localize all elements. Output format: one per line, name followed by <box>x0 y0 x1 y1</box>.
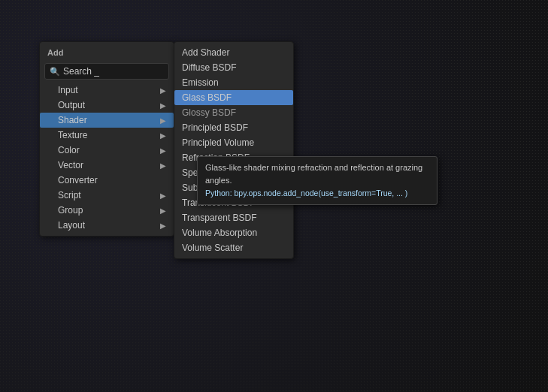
menu-item-output[interactable]: Output ▶ <box>40 98 174 113</box>
shader-item-volume-absorption[interactable]: Volume Absorption <box>174 225 293 240</box>
menu-item-input[interactable]: Input ▶ <box>40 83 174 98</box>
add-menu: Add 🔍 Search _ Input ▶ Output ▶ Shader ▶… <box>39 41 174 237</box>
menu-item-script[interactable]: Script ▶ <box>40 188 174 203</box>
shader-item-volume-scatter[interactable]: Volume Scatter <box>174 240 293 255</box>
shader-item-emission[interactable]: Emission <box>174 75 293 90</box>
arrow-icon: ▶ <box>160 86 166 95</box>
menu-item-group[interactable]: Group ▶ <box>40 203 174 218</box>
arrow-icon: ▶ <box>160 161 166 170</box>
tooltip: Glass-like shader mixing refraction and … <box>197 156 437 205</box>
shader-item-add-shader[interactable]: Add Shader <box>174 45 293 60</box>
arrow-icon: ▶ <box>160 131 166 140</box>
add-menu-header: Add <box>40 45 174 62</box>
arrow-icon: ▶ <box>160 207 166 215</box>
shader-item-principled-bsdf[interactable]: Principled BSDF <box>174 120 293 135</box>
shader-item-glass-bsdf[interactable]: Glass BSDF <box>174 90 293 105</box>
shader-item-transparent-bsdf[interactable]: Transparent BSDF <box>174 210 293 225</box>
menu-item-layout[interactable]: Layout ▶ <box>40 218 174 233</box>
menu-item-color[interactable]: Color ▶ <box>40 143 174 158</box>
menu-item-texture[interactable]: Texture ▶ <box>40 128 174 143</box>
tooltip-description: Glass-like shader mixing refraction and … <box>205 161 429 186</box>
arrow-icon: ▶ <box>160 116 166 125</box>
search-icon: 🔍 <box>50 67 60 77</box>
search-input-text: Search _ <box>63 66 99 77</box>
menu-item-vector[interactable]: Vector ▶ <box>40 158 174 173</box>
shader-item-diffuse-bsdf[interactable]: Diffuse BSDF <box>174 60 293 75</box>
shader-submenu: Add Shader Diffuse BSDF Emission Glass B… <box>174 41 294 259</box>
arrow-icon: ▶ <box>160 222 166 230</box>
shader-item-principled-volume[interactable]: Principled Volume <box>174 135 293 150</box>
arrow-icon: ▶ <box>160 146 166 155</box>
arrow-icon: ▶ <box>160 191 166 200</box>
menu-item-converter[interactable]: Converter <box>40 173 174 188</box>
arrow-icon: ▶ <box>160 101 166 110</box>
shader-item-glossy-bsdf[interactable]: Glossy BSDF <box>174 105 293 120</box>
menu-item-shader[interactable]: Shader ▶ <box>40 113 174 128</box>
tooltip-python-code: Python: bpy.ops.node.add_node(use_transf… <box>205 188 429 200</box>
search-box[interactable]: 🔍 Search _ <box>44 63 169 80</box>
